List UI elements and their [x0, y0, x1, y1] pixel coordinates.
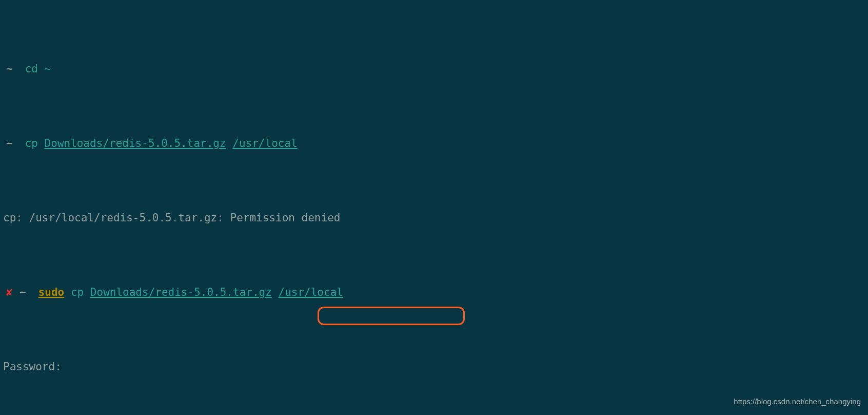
- prompt-line: ✘ ~ sudo cp Downloads/redis-5.0.5.tar.gz…: [3, 285, 865, 300]
- terminal[interactable]: ~ cd ~ ~ cp Downloads/redis-5.0.5.tar.gz…: [0, 0, 868, 415]
- prompt-pill-home: ~: [16, 286, 31, 299]
- cmd-sudo: sudo: [38, 285, 65, 300]
- cmd-cd: cd: [25, 62, 38, 77]
- prompt-pill-home: ~: [3, 137, 18, 150]
- prompt-pill-home: ~: [3, 63, 18, 76]
- error-status-icon: ✘: [3, 285, 15, 300]
- watermark-text: https://blog.csdn.net/chen_changying: [734, 394, 861, 409]
- password-prompt: Password:: [3, 360, 865, 374]
- cmd-arg: ~: [45, 62, 51, 77]
- prompt-line: ~ cp Downloads/redis-5.0.5.tar.gz /usr/l…: [3, 136, 865, 151]
- prompt-line: ~ cd ~: [3, 62, 865, 77]
- cmd-cp: cp: [25, 136, 38, 151]
- cmd-arg-path: /usr/local: [279, 285, 343, 300]
- error-output: cp: /usr/local/redis-5.0.5.tar.gz: Permi…: [3, 211, 865, 225]
- cmd-cp: cp: [71, 285, 84, 300]
- cmd-arg-path: Downloads/redis-5.0.5.tar.gz: [45, 136, 226, 151]
- cmd-arg-path: /usr/local: [232, 136, 297, 151]
- cmd-arg-path: Downloads/redis-5.0.5.tar.gz: [90, 285, 272, 300]
